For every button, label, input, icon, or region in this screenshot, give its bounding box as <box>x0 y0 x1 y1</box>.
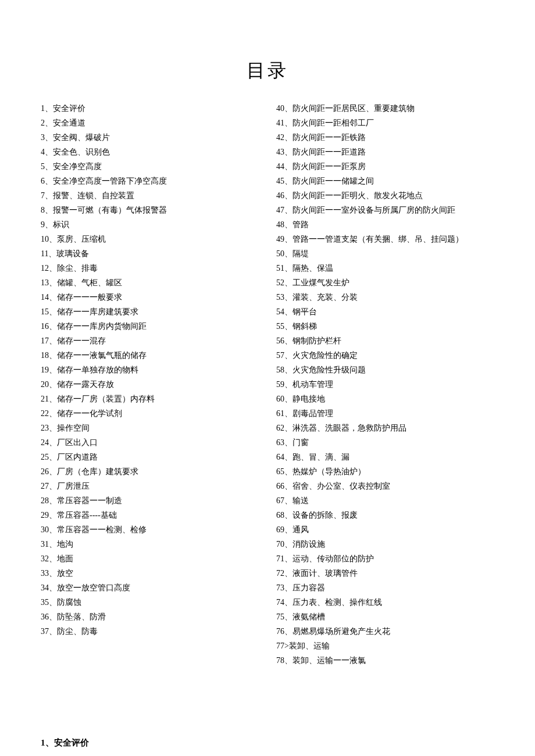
toc-item-separator: 、 <box>284 511 293 519</box>
toc-item-label: 管路 <box>293 220 309 229</box>
toc-item-separator: 、 <box>284 612 293 621</box>
toc-item-number: 35 <box>41 598 49 607</box>
toc-item-separator: 、 <box>284 293 293 302</box>
toc-item-label: 厂房泄压 <box>57 482 90 490</box>
toc-item: 29、常压容器----基础 <box>41 508 259 522</box>
toc-item-label: 操作空间 <box>57 424 90 432</box>
toc-item: 32、地面 <box>41 551 259 566</box>
toc-item-label: 压力容器 <box>293 583 325 592</box>
toc-item: 46、防火间距一一距明火、散发火花地点 <box>276 188 494 203</box>
toc-item-number: 59 <box>276 380 284 389</box>
toc-item-label: 报警一可燃（有毒）气体报警器 <box>53 206 167 214</box>
toc-item-number: 56 <box>276 336 284 345</box>
toc-item-separator: 、 <box>45 220 53 229</box>
toc-item: 70、消防设施 <box>276 537 494 551</box>
toc-item-number: 53 <box>276 293 284 302</box>
toc-item-separator: 、 <box>284 336 293 345</box>
toc-item: 49、管路一一管道支架（有关捆、绑、吊、挂问题） <box>276 232 494 246</box>
toc-item: 6、安全净空高度一管路下净空高度 <box>41 174 259 188</box>
toc-item-separator: 、 <box>45 191 53 200</box>
toc-item-number: 17 <box>41 336 49 345</box>
toc-item-separator: 、 <box>49 583 57 592</box>
toc-item: 78、装卸、运输一一液氯 <box>276 653 494 668</box>
toc-item-separator: 、 <box>49 380 57 389</box>
toc-item: 64、跑、冒、滴、漏 <box>276 450 494 464</box>
toc-item: 73、压力容器 <box>276 581 494 595</box>
toc-item-label: 储罐、气柜、罐区 <box>57 278 122 287</box>
section-number: 1 <box>41 738 45 747</box>
toc-item-separator: 、 <box>284 380 293 389</box>
toc-item-label: 淋洗器、洗眼器，急救防护用品 <box>293 424 406 432</box>
toc-item: 37、防尘、防毒 <box>41 624 259 639</box>
toc-item-number: 18 <box>41 351 49 360</box>
toc-item: 56、钢制防护栏杆 <box>276 334 494 348</box>
toc-item-number: 24 <box>41 438 49 447</box>
toc-item: 28、常压容器一一制造 <box>41 493 259 508</box>
toc-item: 48、管路 <box>276 217 494 232</box>
toc-item-separator: 、 <box>284 264 293 273</box>
toc-item-number: 45 <box>276 177 284 185</box>
toc-item: 68、设备的拆除、报废 <box>276 508 494 522</box>
toc-item: 18、储存一一液氯气瓶的储存 <box>41 348 259 363</box>
toc-item-number: 23 <box>41 424 49 432</box>
toc-item-separator: 、 <box>45 104 53 113</box>
toc-item-number: 50 <box>276 249 284 258</box>
toc-item-number: 2 <box>41 119 45 127</box>
toc-item-label: 储存一一化学试剂 <box>57 409 122 418</box>
toc-item-separator: 、 <box>284 554 293 563</box>
toc-item-label: 放空一放空管口高度 <box>57 583 130 592</box>
toc-item: 53、灌装、充装、分装 <box>276 290 494 304</box>
toc-item-separator: 、 <box>49 351 57 360</box>
toc-item-label: 安全通道 <box>53 119 85 127</box>
toc-item-number: 4 <box>41 148 45 156</box>
toc-item: 2、安全通道 <box>41 116 259 130</box>
toc-item-label: 储存一厂房（装置）内存料 <box>57 395 155 403</box>
toc-item-label: 储存一一库房内货物间距 <box>57 322 147 331</box>
toc-item: 72、液面计、玻璃管件 <box>276 566 494 581</box>
toc-item-separator: 、 <box>284 583 293 592</box>
toc-item-separator: 、 <box>49 235 57 243</box>
toc-item-separator: 、 <box>49 540 57 549</box>
toc-item-label: 防火间距一一距铁路 <box>293 133 366 142</box>
toc-item: 36、防坠落、防滑 <box>41 610 259 624</box>
toc-item: 31、地沟 <box>41 537 259 551</box>
toc-item-number: 48 <box>276 220 284 229</box>
toc-item-label: 钢斜梯 <box>293 322 317 331</box>
toc-item-separator: 、 <box>284 395 293 403</box>
toc-item-separator: 、 <box>49 278 57 287</box>
toc-item: 41、防火间距一距相邻工厂 <box>276 116 494 130</box>
toc-item-label: 报警、连锁、自控装置 <box>53 191 134 200</box>
toc-item-label: 液氨储槽 <box>293 612 325 621</box>
toc-item-label: 热媒炉（导热油炉） <box>293 467 366 476</box>
toc-item: 42、防火间距一一距铁路 <box>276 130 494 145</box>
toc-item-label: 门窗 <box>293 438 309 447</box>
toc-item-label: 安全净空高度 <box>53 162 102 171</box>
toc-item-separator: 、 <box>49 395 57 403</box>
toc-item-label: 液面计、玻璃管件 <box>293 569 358 578</box>
toc-item: 40、防火间距一距居民区、重要建筑物 <box>276 101 494 116</box>
toc-item: 27、厂房泄压 <box>41 479 259 493</box>
toc-item-separator: 、 <box>49 467 57 476</box>
toc-item-number: 27 <box>41 482 49 490</box>
toc-item: 17、储存一一混存 <box>41 334 259 348</box>
toc-item-label: 泵房、压缩机 <box>57 235 106 243</box>
toc-item-separator: 、 <box>45 148 53 156</box>
toc-item-label: 钢制防护栏杆 <box>293 336 341 345</box>
toc-item-number: 31 <box>41 540 49 549</box>
toc-item: 44、防火间距一一距泵房 <box>276 159 494 174</box>
toc-item-number: 77 <box>276 642 284 650</box>
toc-item-separator: > <box>284 642 289 650</box>
toc-item-label: 防火间距一一距道路 <box>293 148 366 156</box>
toc-item-label: 防火间距一一室外设备与所属厂房的防火间距 <box>293 206 455 214</box>
toc-item: 5、安全净空高度 <box>41 159 259 174</box>
toc-item-number: 73 <box>276 583 284 592</box>
toc-item: 7、报警、连锁、自控装置 <box>41 188 259 203</box>
toc-item-label: 静电接地 <box>293 395 325 403</box>
page-title: 目录 <box>41 58 494 84</box>
toc-item: 23、操作空间 <box>41 421 259 435</box>
toc-item: 4、安全色、识别色 <box>41 145 259 159</box>
toc-item-label: 隔热、保温 <box>293 264 333 273</box>
toc-item-label: 防尘、防毒 <box>57 627 98 636</box>
toc-item: 76、易燃易爆场所避免产生火花 <box>276 624 494 639</box>
toc-item-number: 65 <box>276 467 284 476</box>
